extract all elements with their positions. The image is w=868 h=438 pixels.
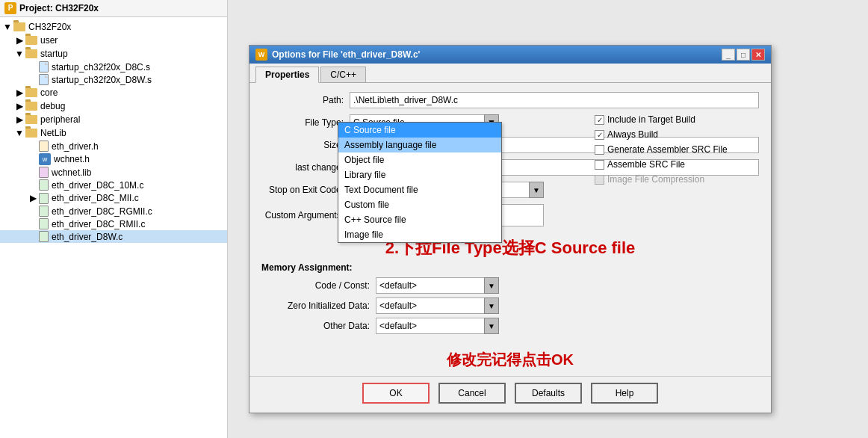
tree-item-debug[interactable]: ▶ debug [0,99,227,113]
defaults-button[interactable]: Defaults [515,383,582,404]
mem-select-other[interactable] [376,318,499,334]
main-area: W Options for File 'eth_driver_D8W.c' _ … [228,0,868,438]
tree-item-eth-d8c-mii[interactable]: ▶ eth_driver_D8C_MII.c [0,191,227,205]
path-row: Path: [261,92,759,108]
annotation2: 修改完记得点击OK [249,350,771,370]
filetype-dropdown[interactable]: C Source file Assembly language file Obj… [338,122,502,243]
help-button[interactable]: Help [591,383,658,404]
cb-label-imgcomp: Image File Compression [607,174,704,185]
dropdown-item-textdoc[interactable]: Text Document file [338,182,501,197]
dropdown-item-object[interactable]: Object file [338,152,501,167]
close-button[interactable]: ✕ [751,49,765,61]
tree-item-eth-d8c-rmii[interactable]: eth_driver_D8C_RMII.c [0,218,227,230]
cb-row-always: Always Build [595,129,759,140]
tree-item-startup-d8c[interactable]: startup_ch32f20x_D8C.s [0,61,227,73]
tree-label: core [40,87,58,98]
maximize-button[interactable]: □ [737,49,750,61]
tree-item-peripheral[interactable]: ▶ peripheral [0,113,227,126]
tree-label: wchnet.h [54,154,90,164]
customargs-row: Custom Arguments: [261,204,759,226]
cb-row-asmfile: Assemble SRC File [595,159,759,170]
tree-item-eth-driver-h[interactable]: eth_driver.h [0,140,227,152]
mem-arrow-other[interactable]: ▼ [484,318,499,334]
tree-label: wchnet.lib [52,167,91,178]
tree-item-eth-d8c-10m[interactable]: eth_driver_D8C_10M.c [0,179,227,191]
folder-icon [25,36,37,45]
filetype-label: File Type: [261,117,344,128]
dialog-title: Options for File 'eth_driver_D8W.c' [272,49,717,60]
tree-toggle[interactable]: ▶ [13,87,25,99]
file-icon [39,61,49,73]
dialog-controls[interactable]: _ □ ✕ [722,49,765,61]
cb-label-asmfile: Assemble SRC File [607,159,685,170]
folder-icon [25,129,37,138]
tree-toggle[interactable]: ▶ [13,100,25,112]
cb-asmfile[interactable] [595,160,604,170]
folder-icon [25,49,37,58]
folder-icon [13,22,25,31]
cb-always[interactable] [595,130,604,140]
cb-row-imgcomp: Image File Compression [595,174,759,185]
dialog-body: Path: File Type: ▼ Size: [249,83,771,259]
tree-item-startup[interactable]: ▼ startup [0,47,227,61]
tree-item-ch32f20x[interactable]: ▼ CH32F20x [0,20,227,34]
tree-label: startup_ch32f20x_D8W.s [52,75,152,85]
dropdown-item-asm[interactable]: Assembly language file [338,138,501,152]
cancel-button[interactable]: Cancel [438,383,506,404]
tree-label: startup [40,49,68,59]
tree-item-netlib[interactable]: ▼ NetLib [0,126,227,140]
project-titlebar: P Project: CH32F20x [0,0,227,17]
tree-toggle[interactable]: ▶ [27,192,39,204]
mem-label-code: Code / Const: [261,280,370,291]
mem-arrow-zero[interactable]: ▼ [484,297,499,314]
tree-container[interactable]: ▼ CH32F20x ▶ user ▼ startup startup_ch32… [0,17,227,437]
tree-label: user [40,35,58,46]
tree-toggle[interactable]: ▼ [1,21,13,33]
tree-item-eth-d8c-rgmii[interactable]: eth_driver_D8C_RGMII.c [0,205,227,218]
folder-icon [25,102,37,111]
dropdown-item-cpp[interactable]: C++ Source file [338,212,501,227]
annotation1: 2.下拉File Type选择C Source file [261,237,759,259]
tree-toggle[interactable]: ▶ [13,34,25,46]
tab-properties[interactable]: Properties [255,67,319,83]
project-title: Project: CH32F20x [19,3,99,13]
tree-item-wchnet-lib[interactable]: wchnet.lib [0,166,227,179]
cb-include[interactable] [595,115,604,125]
cb-label-include: Include in Target Build [607,114,695,125]
folder-icon [25,115,37,124]
ok-button[interactable]: OK [362,383,430,404]
tree-item-core[interactable]: ▶ core [0,86,227,99]
mem-select-code-container: ▼ [376,277,499,294]
cb-genasm[interactable] [595,145,604,155]
tree-item-user[interactable]: ▶ user [0,34,227,47]
folder-icon [25,88,37,97]
file-icon [39,74,49,85]
tree-toggle[interactable]: ▼ [13,48,25,60]
dropdown-item-image[interactable]: Image file [338,227,501,242]
tree-label: eth_driver_D8W.c [52,232,123,242]
mem-label-other: Other Data: [261,321,370,331]
path-input[interactable] [350,92,759,108]
cb-label-genasm: Generate Assembler SRC File [607,144,728,155]
dropdown-item-custom[interactable]: Custom file [338,197,501,212]
dialog-icon: W [255,49,267,61]
tree-item-eth-d8w[interactable]: eth_driver_D8W.c [0,230,227,243]
tree-label: CH32F20x [28,22,71,32]
cb-imgcomp[interactable] [595,175,604,185]
dropdown-item-csource[interactable]: C Source file [338,123,501,138]
mem-select-zero[interactable] [376,297,499,314]
dropdown-item-library[interactable]: Library file [338,167,501,182]
tree-item-wchnet-h[interactable]: w wchnet.h [0,152,227,166]
tree-toggle[interactable]: ▼ [13,127,25,139]
minimize-button[interactable]: _ [722,49,735,61]
tree-toggle[interactable]: ▶ [13,114,25,126]
mem-select-code[interactable] [376,277,499,294]
tree-label: peripheral [40,114,80,125]
lastchange-label: last change: [261,162,344,173]
stopexit-arrow[interactable]: ▼ [529,182,544,198]
tree-label: eth_driver_D8C_10M.c [52,180,143,191]
tab-cpp[interactable]: C/C++ [320,67,366,82]
project-panel: P Project: CH32F20x ▼ CH32F20x ▶ user ▼ … [0,0,228,438]
mem-arrow-code[interactable]: ▼ [484,277,499,294]
tree-item-startup-d8w[interactable]: startup_ch32f20x_D8W.s [0,73,227,86]
